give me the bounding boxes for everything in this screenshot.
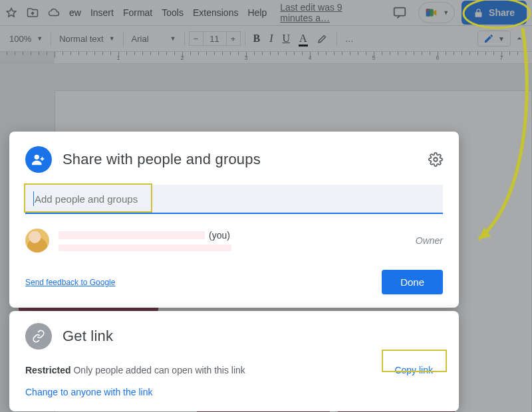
change-access-link[interactable]: Change to anyone with the link (25, 387, 152, 397)
share-dialog: Share with people and groups (you) Owner… (9, 132, 459, 308)
copy-link-button[interactable]: Copy link (384, 359, 443, 381)
add-people-field[interactable] (35, 193, 435, 205)
get-link-title: Get link (63, 328, 443, 345)
get-link-dialog: Get link Restricted Only people added ca… (9, 311, 459, 411)
share-dialog-title: Share with people and groups (63, 151, 418, 168)
redacted-email (59, 245, 231, 251)
you-label: (you) (209, 230, 230, 241)
share-settings-button[interactable] (428, 152, 443, 167)
redacted-name (59, 231, 205, 239)
people-icon (25, 146, 52, 173)
feedback-link[interactable]: Send feedback to Google (25, 278, 115, 287)
restricted-desc: Only people added can open with this lin… (73, 365, 245, 375)
svg-point-4 (35, 155, 39, 159)
add-people-input[interactable] (25, 185, 443, 214)
avatar (25, 229, 49, 253)
done-button[interactable]: Done (382, 270, 443, 294)
role-label: Owner (416, 235, 443, 246)
restricted-label: Restricted (25, 365, 73, 375)
link-icon (25, 323, 52, 350)
svg-point-5 (434, 157, 438, 161)
person-row: (you) Owner (25, 229, 443, 253)
